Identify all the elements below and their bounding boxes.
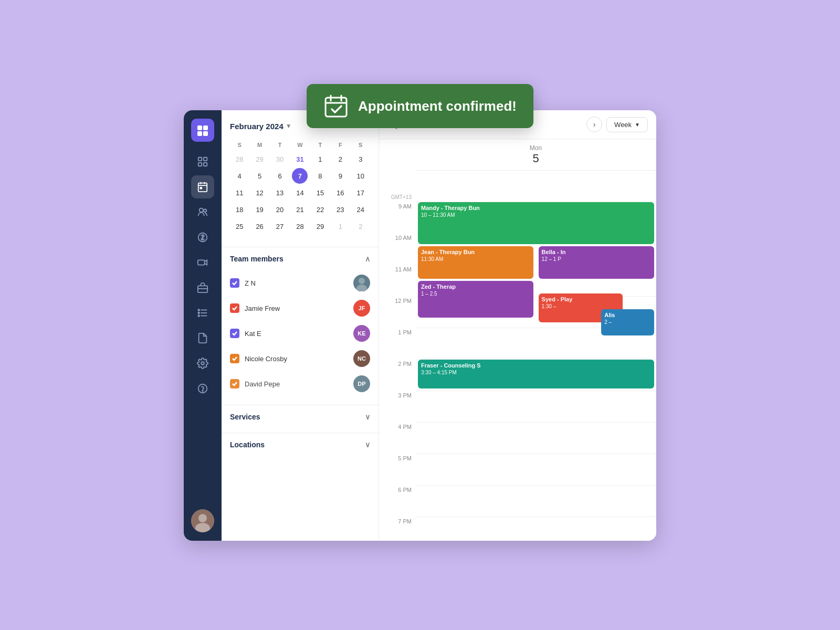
time-4pm: 4 PM bbox=[379, 423, 416, 454]
sidebar-item-video[interactable] bbox=[191, 251, 214, 274]
team-member-zn[interactable]: Z N bbox=[230, 270, 370, 296]
cal-day[interactable]: 26 bbox=[252, 218, 268, 234]
cal-day[interactable]: 14 bbox=[292, 185, 308, 201]
event-mandy[interactable]: Mandy - Therapy Bun 10 – 11:30 AM bbox=[418, 202, 654, 244]
sidebar-item-contacts[interactable] bbox=[191, 201, 214, 224]
calendar-grid: S M T W T F S 28 29 30 31 1 2 3 4 bbox=[230, 140, 370, 234]
cal-day[interactable]: 29 bbox=[312, 218, 328, 234]
checkbox-nicole[interactable] bbox=[230, 354, 239, 363]
cal-day[interactable]: 1 bbox=[312, 151, 328, 167]
cal-day[interactable]: 24 bbox=[353, 202, 369, 217]
sidebar-item-briefcase[interactable] bbox=[191, 276, 214, 299]
cal-day[interactable]: 18 bbox=[232, 202, 247, 217]
cal-day[interactable]: 17 bbox=[353, 185, 369, 201]
event-bella[interactable]: Bella - In 12 – 1 P bbox=[539, 246, 654, 279]
event-title: Jean - Therapy Bun bbox=[421, 248, 530, 256]
time-10am: 10 AM bbox=[379, 234, 416, 265]
cal-day[interactable]: 27 bbox=[272, 218, 288, 234]
svg-point-27 bbox=[198, 312, 200, 314]
cal-day[interactable]: 28 bbox=[292, 218, 308, 234]
sidebar-item-settings[interactable] bbox=[191, 352, 214, 375]
cal-day[interactable]: 28 bbox=[232, 151, 247, 167]
cal-day[interactable]: 21 bbox=[292, 202, 308, 217]
cal-day[interactable]: 30 bbox=[272, 151, 288, 167]
day-header-mon: M bbox=[250, 140, 269, 150]
cal-day[interactable]: 16 bbox=[332, 185, 348, 201]
checkmark-icon bbox=[232, 381, 238, 387]
event-zed[interactable]: Zed - Therap 1 – 2.5 bbox=[418, 281, 533, 318]
events-area[interactable]: Mandy - Therapy Bun 10 – 11:30 AM Jean -… bbox=[416, 171, 656, 541]
svg-rect-7 bbox=[203, 131, 208, 136]
cal-day[interactable]: 15 bbox=[312, 185, 328, 201]
cal-day[interactable]: 6 bbox=[272, 168, 288, 184]
user-avatar[interactable] bbox=[191, 509, 214, 532]
team-members-header[interactable]: Team members ∧ bbox=[222, 247, 379, 270]
grid-row-3pm bbox=[416, 391, 656, 423]
checkbox-jamie[interactable] bbox=[230, 303, 239, 313]
day-header-thu: T bbox=[311, 140, 330, 150]
services-label: Services bbox=[230, 413, 260, 421]
month-year-label[interactable]: February 2024 ▼ bbox=[230, 122, 292, 131]
team-member-nicole[interactable]: Nicole Crosby NC bbox=[230, 346, 370, 371]
cal-day[interactable]: 1 bbox=[332, 218, 348, 234]
member-avatar-jamie: JF bbox=[353, 300, 370, 317]
cal-day[interactable]: 31 bbox=[292, 151, 308, 167]
svg-point-31 bbox=[202, 391, 203, 391]
cal-day[interactable]: 5 bbox=[252, 168, 268, 184]
event-alise[interactable]: Alis 2 – bbox=[601, 309, 654, 335]
week-view-button[interactable]: Week ▼ bbox=[606, 117, 648, 132]
sidebar-item-documents[interactable] bbox=[191, 327, 214, 350]
checkbox-kate[interactable] bbox=[230, 329, 239, 338]
services-header[interactable]: Services ∨ bbox=[222, 405, 379, 428]
time-2pm: 2 PM bbox=[379, 360, 416, 391]
cal-day[interactable]: 22 bbox=[312, 202, 328, 217]
svg-rect-4 bbox=[197, 125, 202, 130]
cal-day[interactable]: 4 bbox=[232, 168, 247, 184]
event-jean[interactable]: Jean - Therapy Bun 11:30 AM bbox=[418, 246, 533, 279]
event-time: 12 – 1 P bbox=[542, 256, 651, 262]
sidebar-bottom bbox=[191, 509, 214, 532]
cal-day-today[interactable]: 7 bbox=[292, 168, 308, 184]
sidebar-item-help[interactable] bbox=[191, 377, 214, 400]
cal-day[interactable]: 20 bbox=[272, 202, 288, 217]
cal-day[interactable]: 29 bbox=[252, 151, 268, 167]
dollar-icon bbox=[197, 232, 208, 243]
sidebar-item-billing[interactable] bbox=[191, 226, 214, 249]
cal-day[interactable]: 8 bbox=[312, 168, 328, 184]
cal-day[interactable]: 9 bbox=[332, 168, 348, 184]
day-header-fri: F bbox=[331, 140, 350, 150]
cal-day[interactable]: 10 bbox=[353, 168, 369, 184]
event-time: 10 – 11:30 AM bbox=[421, 212, 651, 218]
next-week-button[interactable]: › bbox=[586, 117, 602, 132]
cal-day[interactable]: 12 bbox=[252, 185, 268, 201]
chevron-down-icon: ∨ bbox=[365, 413, 370, 421]
cal-day[interactable]: 2 bbox=[332, 151, 348, 167]
member-avatar-kate: KE bbox=[353, 325, 370, 342]
sidebar-item-dashboard[interactable] bbox=[191, 150, 214, 173]
event-title: Alis bbox=[604, 311, 651, 319]
cal-day[interactable]: 11 bbox=[232, 185, 247, 201]
cal-day[interactable]: 23 bbox=[332, 202, 348, 217]
event-title: Zed - Therap bbox=[421, 283, 530, 290]
svg-rect-0 bbox=[326, 98, 346, 117]
event-fraser[interactable]: Fraser - Counseling S 3:30 – 4:15 PM bbox=[418, 360, 654, 388]
team-member-kate[interactable]: Kat E KE bbox=[230, 321, 370, 346]
time-7pm: 7 PM bbox=[379, 517, 416, 541]
outer-container: Appointment confirmed! bbox=[163, 74, 677, 556]
event-time: 3:30 – 4:15 PM bbox=[421, 369, 651, 376]
checkbox-david[interactable] bbox=[230, 379, 239, 388]
checkbox-zn[interactable] bbox=[230, 278, 239, 288]
cal-day[interactable]: 25 bbox=[232, 218, 247, 234]
member-name-jamie: Jamie Frew bbox=[245, 304, 280, 312]
sidebar-item-list[interactable] bbox=[191, 301, 214, 324]
mini-calendar: February 2024 ▼ ‹ › S M T W T F bbox=[222, 110, 379, 243]
cal-day[interactable]: 2 bbox=[353, 218, 369, 234]
cal-day[interactable]: 13 bbox=[272, 185, 288, 201]
cal-day[interactable]: 19 bbox=[252, 202, 268, 217]
locations-header[interactable]: Locations ∨ bbox=[222, 433, 379, 456]
team-member-jamie[interactable]: Jamie Frew JF bbox=[230, 296, 370, 321]
cal-day[interactable]: 3 bbox=[353, 151, 369, 167]
team-member-david[interactable]: David Pepe DP bbox=[230, 371, 370, 396]
team-members-label: Team members bbox=[230, 255, 284, 263]
sidebar-item-calendar[interactable] bbox=[191, 175, 214, 198]
